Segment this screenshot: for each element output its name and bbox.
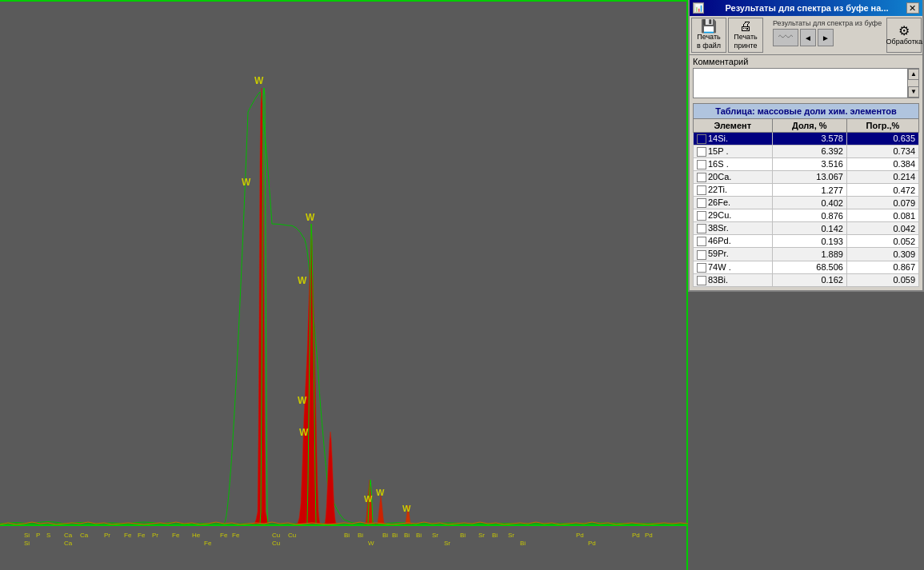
row-checkbox[interactable] <box>697 263 706 273</box>
svg-text:Ca: Ca <box>64 540 73 547</box>
row-checkbox[interactable] <box>697 185 706 195</box>
row-checkbox[interactable] <box>697 250 706 260</box>
svg-text:W: W <box>364 494 373 504</box>
print-printer-label: Печатьпринте <box>734 33 757 50</box>
element-name: 46Pd. <box>708 236 731 245</box>
col-header-value: Доля, % <box>772 118 846 132</box>
svg-text:Si: Si <box>24 532 30 539</box>
svg-text:Pd: Pd <box>588 540 596 547</box>
print-printer-button[interactable]: 🖨 Печатьпринте <box>728 18 763 53</box>
comment-scrollbar[interactable]: ▲ ▼ <box>907 69 918 98</box>
svg-text:Cu: Cu <box>272 532 280 539</box>
table-row[interactable]: 74W .68.5060.867 <box>694 261 919 273</box>
row-checkbox[interactable] <box>697 224 706 233</box>
table-row[interactable]: 26Fe.0.4020.079 <box>694 197 919 209</box>
comment-section: Комментарий ▲ ▼ <box>690 55 922 102</box>
results-panel: 📊 Результаты для спектра из буфе на... ✕… <box>688 0 924 292</box>
svg-marker-1 <box>296 224 322 524</box>
print-file-button[interactable]: 💾 Печатьв файл <box>691 18 726 53</box>
chart-icon: 〰 <box>773 29 798 46</box>
table-row[interactable]: 15P .6.3920.734 <box>694 145 919 157</box>
cell-error: 0.079 <box>846 197 918 209</box>
cell-element: 14Si. <box>694 132 773 145</box>
element-name: 16S . <box>708 159 729 169</box>
print-file-label: Печатьв файл <box>697 33 721 50</box>
results-text-label: Результаты для спектра из буфе <box>773 19 882 27</box>
table-row[interactable]: 29Cu.0.8760.081 <box>694 209 919 222</box>
comment-box[interactable]: ▲ ▼ <box>693 68 919 98</box>
col-header-error: Погр.,% <box>846 118 918 132</box>
table-row[interactable]: 22Ti.1.2770.472 <box>694 183 919 196</box>
table-title: Таблица: массовые доли хим. элементов <box>693 103 919 118</box>
cell-value: 0.193 <box>772 235 846 248</box>
toolbar: 💾 Печатьв файл 🖨 Печатьпринте Результаты… <box>690 16 922 55</box>
svg-text:W: W <box>306 212 315 223</box>
table-row[interactable]: 16S .3.5160.384 <box>694 157 919 170</box>
row-checkbox[interactable] <box>697 276 706 285</box>
element-name: 14Si. <box>708 134 728 143</box>
svg-text:Pr: Pr <box>104 532 110 539</box>
svg-text:Fe: Fe <box>172 532 180 539</box>
table-row[interactable]: 59Pr.1.8890.309 <box>694 248 919 261</box>
cell-element: 26Fe. <box>694 197 773 209</box>
svg-text:Pr: Pr <box>152 532 158 539</box>
nav-left-icon[interactable]: ◄ <box>800 29 816 46</box>
comment-label: Комментарий <box>693 57 919 66</box>
svg-text:Bi: Bi <box>416 532 422 539</box>
cell-error: 0.214 <box>846 170 918 183</box>
svg-text:Pd: Pd <box>576 532 584 539</box>
window-icon: 📊 <box>693 2 704 14</box>
processing-button[interactable]: ⚙ Обработка <box>886 18 922 53</box>
row-checkbox[interactable] <box>697 198 706 208</box>
svg-text:Bi: Bi <box>392 532 398 539</box>
cell-element: 16S . <box>694 157 773 170</box>
svg-text:Bi: Bi <box>358 532 363 539</box>
scroll-down-arrow[interactable]: ▼ <box>908 86 919 98</box>
cell-element: 38Sr. <box>694 222 773 235</box>
cell-element: 74W . <box>694 261 773 273</box>
row-checkbox[interactable] <box>697 134 706 144</box>
close-button[interactable]: ✕ <box>906 2 919 14</box>
table-header-row: Элемент Доля, % Погр.,% <box>694 118 919 132</box>
svg-text:Fe: Fe <box>232 532 240 539</box>
cell-error: 0.384 <box>846 157 918 170</box>
element-name: 29Cu. <box>708 210 731 220</box>
nav-right-icon[interactable]: ► <box>818 29 834 46</box>
element-name: 20Ca. <box>708 172 731 181</box>
element-name: 22Ti. <box>708 185 727 194</box>
svg-text:Bi: Bi <box>492 532 498 539</box>
svg-text:W: W <box>298 275 307 286</box>
row-checkbox[interactable] <box>697 160 706 169</box>
table-body: 14Si.3.5780.63515P .6.3920.73416S .3.516… <box>694 132 919 286</box>
scroll-up-arrow[interactable]: ▲ <box>908 69 919 80</box>
row-checkbox[interactable] <box>697 211 706 221</box>
cell-value: 6.392 <box>772 145 846 157</box>
print-printer-icon: 🖨 <box>739 20 752 33</box>
table-row[interactable]: 14Si.3.5780.635 <box>694 132 919 145</box>
cell-element: 20Ca. <box>694 170 773 183</box>
table-row[interactable]: 20Ca.13.0670.214 <box>694 170 919 183</box>
svg-text:W: W <box>376 488 385 497</box>
svg-text:Bi: Bi <box>520 540 526 547</box>
svg-text:Sr: Sr <box>478 532 485 539</box>
cell-value: 3.578 <box>772 132 846 145</box>
table-row[interactable]: 38Sr.0.1420.042 <box>694 222 919 235</box>
cell-error: 0.052 <box>846 235 918 248</box>
table-row[interactable]: 46Pd.0.1930.052 <box>694 235 919 248</box>
cell-element: 46Pd. <box>694 235 773 248</box>
row-checkbox[interactable] <box>697 147 706 157</box>
svg-marker-4 <box>376 496 386 524</box>
element-name: 83Bi. <box>708 275 728 285</box>
row-checkbox[interactable] <box>697 173 706 182</box>
cell-value: 0.162 <box>772 273 846 286</box>
row-checkbox[interactable] <box>697 237 706 246</box>
cell-value: 3.516 <box>772 157 846 170</box>
svg-text:W: W <box>254 75 264 86</box>
table-row[interactable]: 83Bi.0.1620.059 <box>694 273 919 286</box>
title-bar: 📊 Результаты для спектра из буфе на... ✕ <box>690 0 922 16</box>
cell-element: 83Bi. <box>694 273 773 286</box>
svg-text:Sr: Sr <box>508 532 514 539</box>
svg-text:He: He <box>192 532 201 539</box>
svg-text:W: W <box>299 427 309 438</box>
spectrum-chart: W W W W W W W W W Si Si P S Ca Ca Ca Pr … <box>0 0 688 570</box>
